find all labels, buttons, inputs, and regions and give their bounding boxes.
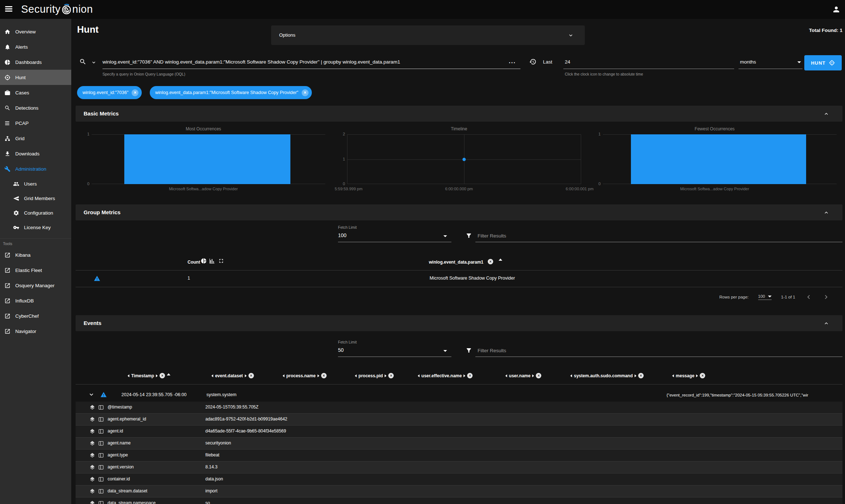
- add-column-icon[interactable]: [98, 416, 104, 422]
- fetch-limit-select[interactable]: 100: [338, 232, 346, 238]
- move-column-left-icon[interactable]: [418, 374, 419, 377]
- pie-chart-toggle-icon[interactable]: [201, 258, 207, 264]
- fullscreen-icon[interactable]: [218, 258, 224, 264]
- sort-ascending-icon[interactable]: [499, 259, 502, 261]
- bar-chart-toggle-icon[interactable]: [209, 258, 215, 264]
- sidebar-item-elastic-fleet[interactable]: Elastic Fleet: [0, 263, 71, 278]
- sidebar-item-cases[interactable]: Cases: [0, 85, 71, 100]
- sidebar-item-pcap[interactable]: PCAP: [0, 115, 71, 131]
- user-icon[interactable]: [832, 5, 841, 14]
- remove-column-icon[interactable]: ×: [700, 373, 705, 378]
- add-column-icon[interactable]: [98, 476, 104, 482]
- groupby-layers-icon[interactable]: [89, 405, 95, 410]
- sidebar-item-influxdb[interactable]: InfluxDB: [0, 293, 71, 308]
- options-expander[interactable]: Options: [271, 25, 585, 45]
- groupby-layers-icon[interactable]: [89, 440, 95, 446]
- sidebar-item-overview[interactable]: Overview: [0, 24, 71, 39]
- chevron-down-icon[interactable]: [568, 32, 574, 38]
- sidebar-item-administration[interactable]: Administration: [0, 161, 71, 176]
- column-header-sudo-command[interactable]: system.auth.sudo.command ×: [570, 373, 644, 378]
- move-column-left-icon[interactable]: [570, 374, 572, 377]
- timeline-data-point[interactable]: [462, 158, 466, 161]
- query-input[interactable]: winlog.event_id:"7036" AND winlog.event_…: [102, 59, 400, 65]
- groupby-column-header[interactable]: winlog.event_data.param1: [429, 260, 483, 265]
- chevron-up-icon[interactable]: [823, 210, 829, 216]
- column-header-process-name[interactable]: process.name ×: [283, 373, 327, 378]
- column-header-user-effective-name[interactable]: user.effective.name ×: [418, 373, 472, 378]
- groupby-layers-icon[interactable]: [89, 452, 95, 458]
- collapse-row-chevron-icon[interactable]: [88, 391, 95, 398]
- move-column-right-icon[interactable]: [696, 374, 698, 377]
- bar-microsoft-shadow-copy[interactable]: [124, 134, 290, 184]
- remove-column-icon[interactable]: ×: [160, 373, 165, 378]
- sidebar-item-alerts[interactable]: Alerts: [0, 39, 71, 54]
- remove-column-icon[interactable]: ×: [467, 373, 473, 378]
- remove-column-icon[interactable]: ×: [248, 373, 254, 378]
- sidebar-item-hunt[interactable]: Hunt: [0, 70, 71, 85]
- add-column-icon[interactable]: [98, 440, 104, 446]
- column-header-user-name[interactable]: user.name ×: [505, 373, 541, 378]
- groupby-layers-icon[interactable]: [89, 464, 95, 470]
- chevron-up-icon[interactable]: [823, 111, 829, 117]
- move-column-right-icon[interactable]: [245, 374, 246, 377]
- sidebar-item-osquery-manager[interactable]: Osquery Manager: [0, 278, 71, 293]
- add-column-icon[interactable]: [98, 405, 104, 410]
- basic-metrics-header[interactable]: Basic Metrics: [76, 106, 842, 122]
- remove-column-icon[interactable]: ×: [536, 373, 542, 378]
- filter-results-input[interactable]: Filter Results: [478, 348, 506, 353]
- move-column-right-icon[interactable]: [464, 374, 466, 377]
- groupby-layers-icon[interactable]: [89, 488, 95, 494]
- rows-per-page-select[interactable]: 100: [758, 294, 772, 300]
- add-column-icon[interactable]: [98, 428, 104, 434]
- column-header-process-pid[interactable]: process.pid ×: [355, 373, 394, 378]
- remove-column-icon[interactable]: ×: [488, 259, 493, 264]
- move-column-left-icon[interactable]: [128, 374, 129, 377]
- sidebar-item-detections[interactable]: Detections: [0, 100, 71, 115]
- groupby-layers-icon[interactable]: [89, 428, 95, 434]
- column-header-message[interactable]: message ×: [672, 373, 705, 378]
- count-column-header[interactable]: Count: [188, 260, 200, 265]
- sidebar-item-users[interactable]: Users: [0, 176, 71, 191]
- more-options-icon[interactable]: ...: [509, 60, 516, 63]
- move-column-left-icon[interactable]: [355, 374, 357, 377]
- sidebar-item-kibana[interactable]: Kibana: [0, 247, 71, 263]
- add-column-icon[interactable]: [98, 488, 104, 494]
- duration-input[interactable]: 24: [565, 59, 570, 65]
- add-column-icon[interactable]: [98, 452, 104, 458]
- add-column-icon[interactable]: [98, 500, 104, 504]
- move-column-left-icon[interactable]: [505, 374, 507, 377]
- move-column-left-icon[interactable]: [283, 374, 285, 377]
- column-header-event-dataset[interactable]: event.dataset ×: [212, 373, 254, 378]
- filter-chip[interactable]: winlog.event_data.param1:"Microsoft Soft…: [150, 86, 312, 99]
- previous-page-icon[interactable]: [805, 293, 813, 301]
- sidebar-item-cyberchef[interactable]: CyberChef: [0, 308, 71, 324]
- sidebar-item-license-key[interactable]: License Key: [0, 220, 71, 235]
- move-column-right-icon[interactable]: [156, 374, 158, 377]
- column-header-timestamp[interactable]: Timestamp ×: [128, 373, 170, 378]
- sort-ascending-icon[interactable]: [167, 373, 170, 375]
- history-clock-icon[interactable]: [529, 58, 536, 65]
- bar-microsoft-shadow-copy[interactable]: [631, 134, 806, 184]
- groupby-layers-icon[interactable]: [89, 476, 95, 482]
- sidebar-item-downloads[interactable]: Downloads: [0, 146, 71, 161]
- duration-unit-select[interactable]: months: [740, 59, 756, 65]
- move-column-left-icon[interactable]: [212, 374, 213, 377]
- close-icon[interactable]: ×: [302, 89, 309, 96]
- sidebar-item-dashboards[interactable]: Dashboards: [0, 54, 71, 70]
- fetch-limit-select[interactable]: 50: [338, 347, 344, 353]
- remove-column-icon[interactable]: ×: [638, 373, 644, 378]
- events-header[interactable]: Events: [76, 315, 842, 331]
- remove-column-icon[interactable]: ×: [389, 373, 394, 378]
- filter-results-input[interactable]: Filter Results: [478, 233, 506, 239]
- group-metrics-header[interactable]: Group Metrics: [76, 204, 842, 220]
- move-column-right-icon[interactable]: [385, 374, 387, 377]
- sidebar-item-configuration[interactable]: Configuration: [0, 206, 71, 220]
- caret-down-icon[interactable]: [443, 235, 447, 237]
- caret-down-icon[interactable]: [797, 61, 801, 63]
- sidebar-item-navigator[interactable]: Navigator: [0, 324, 71, 339]
- query-history-chevron-icon[interactable]: [91, 60, 97, 65]
- group-value-cell[interactable]: Microsoft Software Shadow Copy Provider: [430, 276, 515, 281]
- sidebar-item-grid[interactable]: Grid: [0, 131, 71, 146]
- move-column-right-icon[interactable]: [635, 374, 636, 377]
- search-icon[interactable]: [79, 58, 86, 65]
